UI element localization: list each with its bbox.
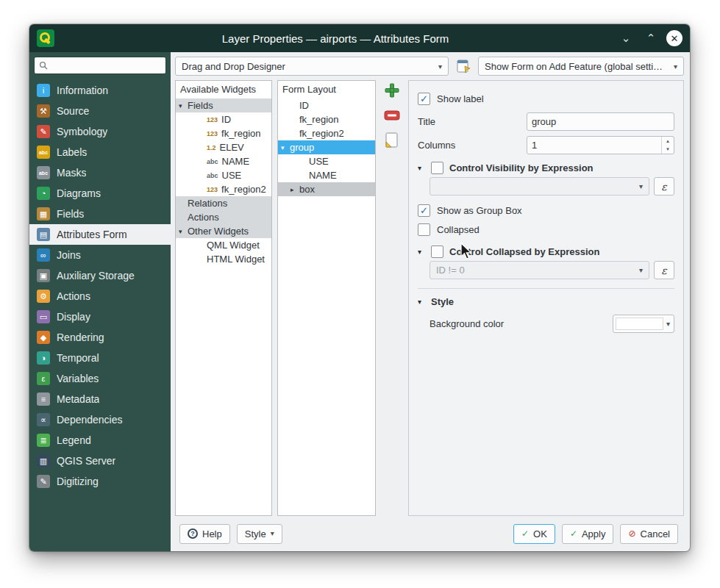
sidebar-item-masks[interactable]: abcMasks [29,162,171,183]
visibility-expression-checkbox[interactable] [431,162,443,174]
available-widgets-item-label: fk_region2 [221,184,266,195]
form-layout-item-id[interactable]: ID [278,98,375,112]
expression-icon: ε [661,265,666,276]
show-as-group-box-checkbox[interactable]: ✓ [418,204,430,217]
sidebar-item-symbology[interactable]: ✎Symbology [29,121,171,142]
search-input[interactable] [51,60,161,71]
sidebar-item-legend[interactable]: ≣Legend [29,430,171,451]
sidebar-item-variables[interactable]: εVariables [29,368,171,389]
available-widgets-item-actions[interactable]: Actions [176,210,271,224]
available-widgets-item-id[interactable]: 123ID [176,112,271,126]
spin-down-icon[interactable]: ▾ [662,146,674,154]
sidebar-item-attributes-form[interactable]: ▤Attributes Form [29,224,171,245]
add-container-button[interactable] [383,82,401,99]
sidebar-item-label: Fields [57,208,84,220]
form-layout-item-box[interactable]: ▸box [278,182,375,196]
collapse-arrow-icon[interactable]: ▾ [418,298,425,306]
divider [418,288,674,289]
collapsed-expression-checkbox[interactable] [431,245,443,258]
collapse-arrow-icon[interactable]: ▾ [418,248,425,256]
available-widgets-item-label: QML Widget [207,240,260,251]
available-widgets-item-html-widget[interactable]: HTML Widget [176,252,271,266]
columns-stepper[interactable]: 1 ▴ ▾ [527,136,674,154]
form-layout-item-name[interactable]: NAME [278,168,375,182]
collapse-arrow-icon[interactable]: ▾ [179,228,188,235]
remove-item-button[interactable] [383,107,401,124]
sidebar-item-auxiliary-storage[interactable]: ▣Auxiliary Storage [29,265,171,286]
form-layout-item-use[interactable]: USE [278,154,375,168]
style-menu-button[interactable]: Style ▾ [237,524,282,544]
sidebar-item-digitizing[interactable]: ✎Digitizing [29,471,171,492]
close-window-icon[interactable]: ✕ [666,30,682,46]
collapse-arrow-icon[interactable]: ▾ [281,144,290,151]
cancel-icon: ⊘ [628,529,635,538]
expression-builder-button[interactable]: ε [654,177,674,196]
sidebar-item-labels[interactable]: abcLabels [29,142,171,162]
available-widgets-panel: Available Widgets ▾Fields123ID123fk_regi… [175,80,272,516]
available-widgets-item-name[interactable]: abcNAME [176,154,271,168]
cancel-button[interactable]: ⊘ Cancel [620,524,678,544]
ok-button[interactable]: ✓ OK [513,524,555,544]
available-widgets-item-label: Fields [188,100,213,111]
sidebar-item-fields[interactable]: ▦Fields [29,204,171,224]
field-type-icon: abc [207,172,218,179]
sidebar-item-temporal[interactable]: ◑Temporal [29,348,171,368]
collapse-arrow-icon[interactable]: ▾ [418,164,425,172]
available-widgets-item-fields[interactable]: ▾Fields [176,98,271,112]
window-title: Layer Properties — airports — Attributes… [60,32,610,45]
apply-button[interactable]: ✓ Apply [562,524,614,544]
shade-window-icon[interactable]: ⌄ [616,29,635,48]
form-open-mode-select[interactable]: Show Form on Add Feature (global setting… [478,57,684,76]
sidebar-item-actions[interactable]: ⚙Actions [29,286,171,306]
sidebar-item-dependencies[interactable]: ∝Dependencies [29,409,171,430]
sidebar-search[interactable] [34,57,166,74]
maximize-window-icon[interactable]: ⌃ [641,29,660,48]
designer-mode-select[interactable]: Drag and Drop Designer ▾ [175,57,449,76]
form-settings-icon [456,59,471,74]
visibility-expression-combo[interactable]: ▾ [429,177,649,196]
change-widget-type-button[interactable] [383,132,401,149]
chevron-down-icon: ▾ [271,530,274,537]
collapsed-checkbox[interactable] [418,223,430,236]
visibility-expression-label: Control Visibility by Expression [449,162,594,173]
ok-check-icon: ✓ [521,529,529,538]
available-widgets-item-other-widgets[interactable]: ▾Other Widgets [176,224,271,238]
title-input[interactable] [527,112,674,131]
title-label: Title [418,116,527,127]
expand-arrow-icon[interactable]: ▸ [291,186,299,193]
help-button[interactable]: ? Help [179,524,230,544]
spin-up-icon[interactable]: ▴ [662,137,674,146]
available-widgets-item-relations[interactable]: Relations [176,196,271,210]
form-layout-item-fk-region[interactable]: fk_region [278,112,375,126]
form-layout-item-fk-region2[interactable]: fk_region2 [278,126,375,140]
sidebar-item-information[interactable]: iInformation [29,80,171,101]
sidebar-item-display[interactable]: ▭Display [29,306,171,327]
available-widgets-item-label: ELEV [220,142,244,153]
titlebar[interactable]: Layer Properties — airports — Attributes… [29,24,690,52]
available-widgets-item-qml-widget[interactable]: QML Widget [176,238,271,252]
form-layout-item-group[interactable]: ▾group [278,140,375,154]
sidebar-item-metadata[interactable]: ≡Metadata [29,389,171,409]
expression-builder-button[interactable]: ε [654,261,674,279]
cancel-label: Cancel [641,528,670,539]
collapse-arrow-icon[interactable]: ▾ [179,102,188,110]
available-widgets-item-use[interactable]: abcUSE [176,168,271,182]
available-widgets-item-label: NAME [222,156,250,167]
background-color-select[interactable]: ▾ [613,315,674,333]
available-widgets-item-label: USE [222,170,242,181]
show-label-checkbox[interactable]: ✓ [418,93,430,105]
sidebar-item-diagrams[interactable]: ◔Diagrams [29,183,171,204]
sidebar-item-rendering[interactable]: ◆Rendering [29,327,171,348]
available-widgets-item-fk-region[interactable]: 123fk_region [176,126,271,140]
form-settings-button[interactable] [453,57,474,76]
available-widgets-item-elev[interactable]: 1.2ELEV [176,140,271,154]
sidebar-item-joins[interactable]: ∞Joins [29,245,171,265]
sidebar-item-source[interactable]: ⚒Source [29,101,171,121]
form-layout-item-label: NAME [309,170,337,181]
available-widgets-item-fk-region2[interactable]: 123fk_region2 [176,182,271,196]
available-widgets-item-label: Relations [188,198,227,209]
color-swatch [616,318,663,330]
attributes-form-page: Drag and Drop Designer ▾ Show Form on Ad… [171,52,690,551]
collapsed-expression-combo[interactable]: ID != 0 ▾ [429,261,649,279]
sidebar-item-qgis-server[interactable]: ▥QGIS Server [29,451,171,471]
